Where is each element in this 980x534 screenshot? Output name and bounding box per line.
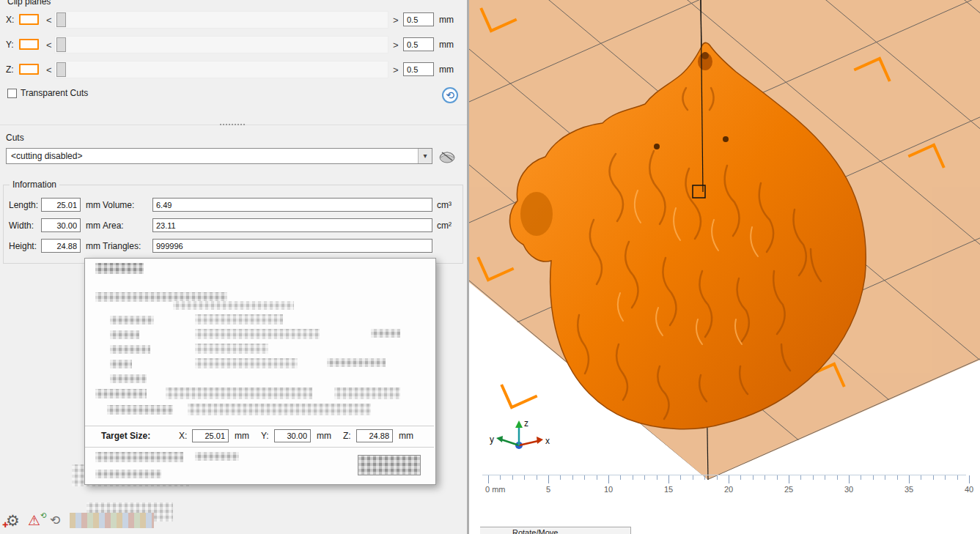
blurred-content-block xyxy=(195,329,320,339)
clip-y-left-arrow-button[interactable]: < xyxy=(46,40,52,50)
ruler-label: 10 xyxy=(604,485,613,494)
target-z-unit: mm xyxy=(399,431,413,441)
blurred-dialog-title xyxy=(95,263,144,274)
target-y-input[interactable] xyxy=(274,429,311,442)
blurred-content-block xyxy=(95,389,147,398)
splitter-grip[interactable] xyxy=(220,124,245,125)
blurred-content-block xyxy=(195,452,239,461)
blurred-dialog-button[interactable] xyxy=(358,455,421,475)
width-input[interactable] xyxy=(41,218,81,232)
reset-clip-planes-button[interactable]: ⟲ xyxy=(442,87,458,103)
area-input[interactable] xyxy=(152,218,432,232)
clip-y-right-arrow-button[interactable]: > xyxy=(393,40,399,50)
blurred-content-block xyxy=(110,360,132,368)
ruler-label: 20 xyxy=(724,485,733,494)
area-unit: cm² xyxy=(437,220,452,231)
height-unit: mm xyxy=(86,241,100,251)
clip-y-unit: mm xyxy=(439,40,454,50)
clip-z-label: Z: xyxy=(6,64,14,75)
clip-x-value-input[interactable] xyxy=(403,12,434,26)
blurred-content-block xyxy=(188,404,371,415)
ruler-label: 5 xyxy=(546,485,550,494)
blurred-content-block xyxy=(371,329,400,338)
blurred-content-block xyxy=(110,374,147,383)
clip-z-left-arrow-button[interactable]: < xyxy=(46,65,52,75)
clip-z-value-input[interactable] xyxy=(403,62,434,76)
repair-warning-icon[interactable]: ⚠ xyxy=(28,513,40,527)
ruler-zero-label: 0 mm xyxy=(485,485,506,494)
blurred-content-block xyxy=(173,301,294,310)
clip-x-label: X: xyxy=(6,15,14,25)
ruler-label: 15 xyxy=(664,485,673,494)
clip-x-slider-track[interactable] xyxy=(54,11,388,29)
transparent-cuts-label: Transparent Cuts xyxy=(21,88,88,98)
3d-viewport-canvas[interactable]: x y z 0 mm 5 10 15 20 25 30 35 40 Rotate… xyxy=(469,0,980,534)
rotate-move-panel-header[interactable]: Rotate/Move xyxy=(480,527,631,534)
target-size-label: Target Size: xyxy=(101,431,150,441)
ruler-major-ticks xyxy=(488,475,970,483)
length-unit: mm xyxy=(86,200,100,210)
area-label: Area: xyxy=(103,220,124,231)
blurred-content-block xyxy=(166,387,312,399)
chevron-down-icon[interactable]: ▾ xyxy=(418,149,432,163)
repair-arrow-icon: ⟲ xyxy=(40,512,46,519)
reset-icon: ⟲ xyxy=(446,89,454,101)
height-input[interactable] xyxy=(41,239,81,253)
blurred-content-block xyxy=(195,314,283,325)
3d-scene: x y z xyxy=(469,0,980,534)
target-x-input[interactable] xyxy=(192,429,229,442)
gizmo-z-label: z xyxy=(524,418,528,429)
blurred-content-block xyxy=(110,330,139,339)
gizmo-y-label: y xyxy=(490,434,494,445)
clip-x-right-arrow-button[interactable]: > xyxy=(393,15,399,25)
blurred-content-block xyxy=(110,316,154,325)
width-unit: mm xyxy=(86,220,100,231)
clip-x-unit: mm xyxy=(439,15,454,25)
target-x-unit: mm xyxy=(235,431,249,441)
blurred-content-block xyxy=(110,345,150,354)
cut-tool-button[interactable] xyxy=(437,146,457,166)
clip-y-value-input[interactable] xyxy=(403,37,434,51)
clip-y-slider-thumb[interactable] xyxy=(56,37,66,52)
blurred-content-block xyxy=(107,405,173,415)
clip-planes-title: Clip planes xyxy=(7,0,51,7)
blurred-content-block xyxy=(195,344,268,354)
target-z-input[interactable] xyxy=(356,429,393,442)
information-title: Information xyxy=(10,179,59,190)
triangles-input[interactable] xyxy=(152,239,432,253)
transparent-cuts-checkbox[interactable] xyxy=(7,89,17,98)
clip-x-slider-thumb[interactable] xyxy=(56,12,66,27)
volume-unit: cm³ xyxy=(437,200,452,210)
clip-y-label: Y: xyxy=(6,40,14,50)
cutting-mode-dropdown[interactable]: <cutting disabled> ▾ xyxy=(6,148,432,164)
volume-label: Volume: xyxy=(103,200,134,210)
clip-z-unit: mm xyxy=(439,64,454,75)
volume-input[interactable] xyxy=(152,198,432,212)
triangles-label: Triangles: xyxy=(103,241,141,251)
blurred-toolbar-strip xyxy=(70,513,154,528)
target-size-row: Target Size: X: mm Y: mm Z: mm xyxy=(85,426,434,448)
clip-z-slider-track[interactable] xyxy=(54,61,388,78)
blurred-content-block xyxy=(95,452,183,462)
undo-rotate-icon[interactable]: ⟲ xyxy=(50,514,60,527)
clip-y-toggle[interactable] xyxy=(19,39,39,50)
clip-y-slider-track[interactable] xyxy=(54,36,388,53)
clip-z-slider-thumb[interactable] xyxy=(56,62,66,77)
length-label: Length: xyxy=(9,200,38,210)
plus-icon: ✚ xyxy=(2,522,8,529)
blurred-content-block xyxy=(334,387,400,399)
cutting-mode-value: <cutting disabled> xyxy=(11,151,82,161)
ruler-label: 35 xyxy=(905,485,913,494)
length-input[interactable] xyxy=(41,198,81,212)
cut-tool-icon xyxy=(437,146,457,166)
target-x-label: X: xyxy=(179,431,187,441)
clip-x-toggle[interactable] xyxy=(19,14,39,25)
height-label: Height: xyxy=(9,241,37,251)
axis-gizmo: x y z xyxy=(490,418,550,449)
clip-z-right-arrow-button[interactable]: > xyxy=(393,65,399,75)
target-y-unit: mm xyxy=(317,431,331,441)
clip-z-toggle[interactable] xyxy=(19,64,39,75)
clip-x-left-arrow-button[interactable]: < xyxy=(46,15,52,25)
width-label: Width: xyxy=(9,220,34,231)
ruler-label: 40 xyxy=(965,485,973,494)
